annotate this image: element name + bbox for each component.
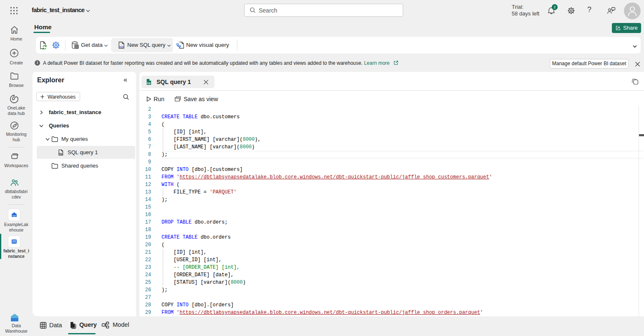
svg-text:SQL: SQL (119, 46, 125, 48)
svg-text:SQL: SQL (147, 82, 151, 84)
svg-text:SQL: SQL (59, 153, 63, 155)
